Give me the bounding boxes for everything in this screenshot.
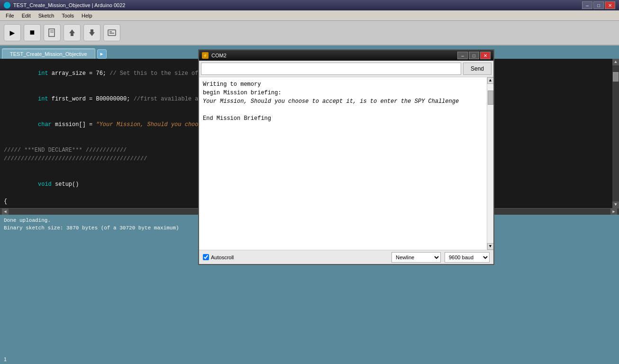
- com-scroll-up[interactable]: ▲: [487, 77, 494, 84]
- com-title-bar: ⚡ COM2 – □ ✕: [199, 50, 493, 61]
- title-bar: TEST_Create_Mission_Objective | Arduino …: [0, 0, 619, 10]
- baud-select[interactable]: 9600 baud 19200 baud 38400 baud 57600 ba…: [445, 252, 490, 263]
- svg-marker-4: [89, 29, 95, 36]
- new-button[interactable]: [44, 24, 61, 41]
- upload-button[interactable]: [64, 24, 81, 41]
- serial-line: begin Mission briefing:: [203, 89, 483, 97]
- menu-sketch[interactable]: Sketch: [35, 12, 58, 19]
- close-button[interactable]: ✕: [605, 1, 615, 9]
- maximize-button[interactable]: □: [593, 1, 604, 9]
- status-bar: 1: [0, 355, 619, 364]
- status-text: 1: [4, 356, 7, 362]
- download-button[interactable]: [83, 24, 100, 41]
- run-button[interactable]: ▶: [4, 24, 21, 41]
- minimize-button[interactable]: –: [582, 1, 592, 9]
- menu-tools[interactable]: Tools: [58, 12, 78, 19]
- serial-line: Your Mission, Should you choose to accep…: [203, 97, 483, 106]
- menu-edit[interactable]: Edit: [18, 12, 35, 19]
- scroll-down-button[interactable]: ▼: [612, 201, 619, 208]
- com-close-button[interactable]: ✕: [480, 52, 491, 59]
- menu-file[interactable]: File: [2, 12, 18, 19]
- send-input[interactable]: [201, 63, 461, 75]
- com-bottom-bar: Autoscroll Newline No line ending Carria…: [199, 250, 493, 264]
- scrollbar-thumb[interactable]: [613, 72, 619, 82]
- com-icon: ⚡: [202, 52, 209, 59]
- com-vertical-scrollbar[interactable]: ▲ ▼: [487, 77, 493, 250]
- tab-main[interactable]: TEST_Create_Mission_Objective: [2, 48, 95, 59]
- scroll-up-button[interactable]: ▲: [612, 59, 619, 65]
- new-tab-button[interactable]: ▶: [97, 49, 107, 59]
- svg-rect-5: [108, 30, 116, 36]
- autoscroll-checkbox[interactable]: [203, 254, 209, 260]
- serial-output: Writing to memory begin Mission briefing…: [199, 77, 487, 250]
- com-window: ⚡ COM2 – □ ✕ Send Writing to memory begi…: [198, 49, 494, 265]
- stop-button[interactable]: ■: [24, 24, 41, 41]
- scroll-left-button[interactable]: ◀: [2, 209, 9, 215]
- toolbar: ▶ ■: [0, 21, 619, 46]
- autoscroll-label: Autoscroll: [211, 255, 234, 260]
- com-scroll-down[interactable]: ▼: [487, 243, 494, 250]
- menu-help[interactable]: Help: [78, 12, 96, 19]
- app-icon: [4, 2, 10, 9]
- vertical-scrollbar[interactable]: ▲ ▼: [612, 59, 619, 208]
- send-area: Send: [199, 61, 493, 77]
- serial-line: Writing to memory: [203, 80, 483, 89]
- scroll-right-button[interactable]: ▶: [610, 209, 617, 215]
- window-title: TEST_Create_Mission_Objective | Arduino …: [13, 2, 125, 8]
- com-maximize-button[interactable]: □: [469, 52, 479, 59]
- svg-marker-3: [69, 29, 75, 36]
- send-button[interactable]: Send: [463, 63, 492, 75]
- com-minimize-button[interactable]: –: [457, 52, 468, 59]
- newline-select[interactable]: Newline No line ending Carriage return B…: [391, 252, 441, 263]
- serial-line: [203, 106, 483, 114]
- com-scroll-thumb[interactable]: [488, 91, 493, 105]
- serial-monitor-button[interactable]: [103, 24, 120, 41]
- autoscroll-container: Autoscroll: [203, 254, 234, 260]
- tab-label: TEST_Create_Mission_Objective: [10, 51, 87, 57]
- serial-line: End Mission Briefing: [203, 114, 483, 123]
- svg-rect-0: [49, 29, 55, 36]
- menu-bar: File Edit Sketch Tools Help: [0, 10, 619, 21]
- com-window-title: COM2: [211, 53, 227, 58]
